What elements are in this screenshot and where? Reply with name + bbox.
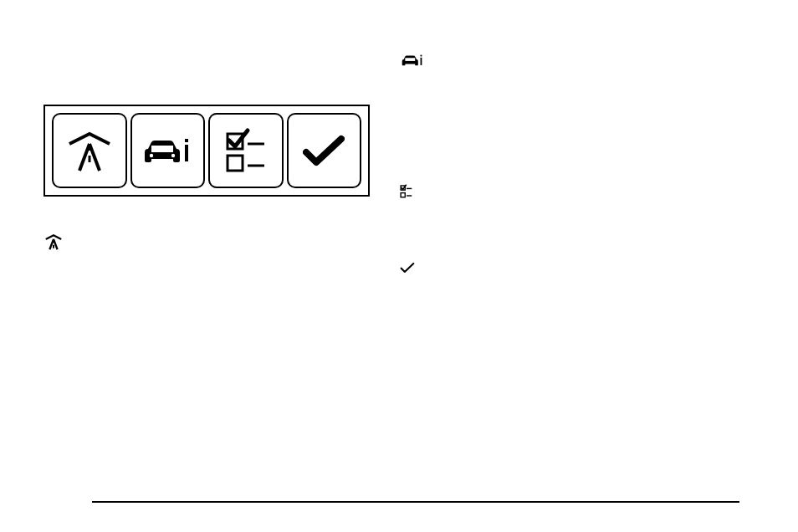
customization-item: (Customization): Press this button to cu… bbox=[400, 171, 731, 213]
intro-paragraph-2: The buttons are the trip/fuel, vehicle i… bbox=[43, 69, 375, 97]
checklist-icon bbox=[400, 184, 413, 201]
svg-rect-4 bbox=[151, 146, 173, 152]
svg-rect-17 bbox=[405, 58, 415, 61]
set-reset-item: (Set/Reset): Press this button to set or… bbox=[400, 254, 731, 283]
left-column: The DIC buttons are located on the instr… bbox=[43, 32, 375, 269]
vehicle-info-text: (Vehicle Information): Press this button… bbox=[433, 32, 731, 88]
set-reset-button bbox=[287, 113, 362, 188]
car-info-icon bbox=[400, 52, 425, 69]
trip-fuel-text: (Trip/Fuel): Press this button to displa… bbox=[72, 213, 375, 269]
trip-fuel-button bbox=[52, 113, 127, 188]
intro-paragraph-1: The DIC buttons are located on the instr… bbox=[43, 32, 375, 60]
right-column: (Vehicle Information): Press this button… bbox=[400, 32, 731, 282]
customization-label: (Customization): bbox=[422, 172, 501, 184]
checkmark-icon bbox=[400, 262, 415, 274]
customization-text: (Customization): Press this button to cu… bbox=[422, 171, 731, 213]
road-horizon-icon bbox=[64, 129, 115, 172]
svg-line-0 bbox=[79, 144, 90, 171]
checklist-icon bbox=[223, 127, 269, 174]
checkmark-icon bbox=[303, 134, 345, 167]
trip-fuel-label: (Trip/Fuel): bbox=[72, 214, 124, 226]
vehicle-info-label: (Vehicle Information): bbox=[433, 33, 536, 44]
svg-point-6 bbox=[171, 154, 175, 157]
svg-point-5 bbox=[150, 154, 153, 157]
svg-rect-11 bbox=[228, 156, 243, 171]
vehicle-info-item: (Vehicle Information): Press this button… bbox=[400, 32, 731, 88]
car-info-icon bbox=[140, 132, 195, 169]
road-horizon-icon bbox=[43, 233, 64, 250]
set-reset-text: (Set/Reset): Press this button to set or… bbox=[423, 254, 731, 283]
svg-line-1 bbox=[90, 144, 100, 171]
svg-rect-19 bbox=[421, 57, 422, 64]
vehicle-info-button bbox=[130, 113, 206, 188]
svg-rect-22 bbox=[401, 193, 405, 197]
dic-button-panel-image bbox=[43, 105, 370, 197]
svg-rect-7 bbox=[185, 139, 188, 142]
page-bottom-rule bbox=[92, 501, 739, 503]
customization-button bbox=[208, 113, 284, 188]
svg-rect-18 bbox=[421, 54, 422, 56]
svg-rect-8 bbox=[185, 145, 188, 161]
set-reset-label: (Set/Reset): bbox=[423, 255, 479, 267]
trip-fuel-item: (Trip/Fuel): Press this button to displa… bbox=[43, 213, 375, 269]
